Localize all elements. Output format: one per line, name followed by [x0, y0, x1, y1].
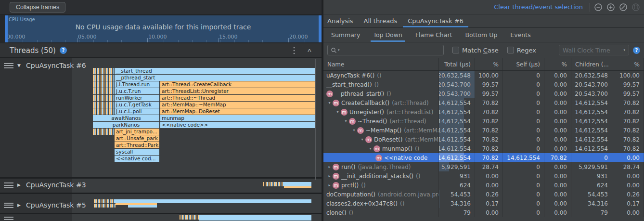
table-row[interactable]: m<<native code14,612,55470.8214,612,5547…: [323, 153, 644, 162]
table-row[interactable]: doComputation()(android.com.java.pro54,4…: [323, 190, 644, 199]
expand-node-icon[interactable]: ▸: [326, 183, 333, 187]
expand-thread-icon[interactable]: ▶: [17, 203, 22, 208]
threads-scrollbar[interactable]: [315, 59, 316, 180]
column-header-name[interactable]: Name: [323, 58, 439, 70]
thread-row-cpuasynctask-3[interactable]: ▶CpuAsyncTask #3: [4, 181, 86, 189]
regex-checkbox[interactable]: [507, 47, 514, 53]
drag-handle-icon[interactable]: [4, 203, 13, 208]
zoom-out-icon[interactable]: [594, 3, 603, 12]
reset-zoom-icon[interactable]: [619, 3, 628, 12]
search-box[interactable]: ▾: [327, 45, 444, 55]
flame-bar[interactable]: syscall: [115, 149, 159, 155]
drag-handle-icon[interactable]: [4, 63, 13, 68]
column-header-%[interactable]: %: [612, 58, 644, 70]
flame-bar[interactable]: <<native cod...: [115, 156, 159, 162]
flame-bar[interactable]: __pthread_start: [115, 75, 315, 81]
regex-option[interactable]: Regex: [507, 47, 536, 54]
subtab-summary[interactable]: Summary: [331, 28, 360, 42]
collapse-thread-icon[interactable]: ▼: [17, 63, 22, 68]
flame-bar[interactable]: art::ThreadList::Unregister: [160, 88, 315, 94]
table-row[interactable]: ▸mprctl()()6240.0000.006240.00: [323, 181, 644, 190]
table-row[interactable]: classes2.dex+0x347c8()()34,3160.1700.003…: [323, 199, 644, 208]
flame-bar[interactable]: j.u.c.L.poll: [115, 108, 159, 115]
table-row[interactable]: ▾m~MemMap()(art::MemMap)14,612,55470.820…: [323, 126, 644, 135]
flame-bar[interactable]: art::MemMap::DoReset: [160, 108, 315, 115]
collapse-frames-button[interactable]: Collapse frames: [10, 2, 65, 13]
flame-bar[interactable]: munmap: [160, 115, 315, 121]
thread-row-cpuasynctask-5[interactable]: ▶CpuAsyncTask #5: [4, 201, 86, 209]
cpu-usage-chart[interactable]: CPU Usage No CPU usage data available fo…: [5, 15, 322, 42]
flame-bar[interactable]: parkNanos: [93, 122, 159, 128]
flame-bar[interactable]: runWorker: [115, 95, 159, 101]
table-row[interactable]: uAsyncTask #6()()20,632,548100.0000.0020…: [323, 71, 644, 80]
flame-activity-ticks: [284, 186, 311, 188]
flame-bar[interactable]: art::Thread::Park: [115, 142, 159, 148]
table-row[interactable]: ▾mDoReset()(art::MemMap)14,612,55470.820…: [323, 135, 644, 144]
column-header-%[interactable]: %: [544, 58, 571, 70]
cell-total-us: 624: [439, 181, 475, 190]
flame-bar[interactable]: j.u.c.T.getTask: [115, 102, 159, 108]
match-case-option[interactable]: Match Case: [452, 47, 499, 54]
cell-self-us: 0: [503, 162, 544, 171]
flame-bar[interactable]: art::Thread::CreateCallback: [160, 81, 315, 88]
collapse-node-icon[interactable]: ▾: [359, 137, 365, 142]
table-row[interactable]: __start_thread()()20,543,70099.5700.0020…: [323, 80, 644, 89]
collapse-node-icon[interactable]: ▾: [326, 101, 333, 105]
flame-bar[interactable]: awaitNanos: [93, 115, 159, 121]
match-case-checkbox[interactable]: [452, 47, 459, 53]
column-header-total-s-[interactable]: Total (µs): [439, 58, 475, 70]
collapse-node-icon[interactable]: ▾: [335, 110, 341, 114]
expand-thread-icon[interactable]: ▶: [17, 182, 22, 187]
flame-activity-ticks: [284, 182, 311, 186]
table-row[interactable]: clone()()790.0000.00790.00: [323, 208, 644, 217]
flame-bar[interactable]: <<native code>>: [160, 122, 315, 128]
range-handle-right[interactable]: [319, 15, 322, 42]
search-history-caret-icon[interactable]: ▾: [338, 48, 340, 52]
collapse-panel-icon[interactable]: ʌ: [308, 48, 311, 53]
search-input[interactable]: [341, 46, 440, 54]
expand-node-icon[interactable]: ▸: [326, 174, 333, 178]
thread-row-partial[interactable]: [4, 217, 13, 221]
tab-all-threads[interactable]: All threads: [364, 14, 398, 27]
collapse-node-icon[interactable]: ▾: [367, 146, 374, 151]
flame-bar[interactable]: art::MemMap::~MemMap: [160, 102, 315, 108]
flame-bar[interactable]: j.u.c.T.run: [115, 88, 159, 94]
range-handle-left[interactable]: [5, 15, 8, 42]
drag-handle-icon[interactable]: [4, 182, 13, 188]
subtab-events[interactable]: Events: [510, 28, 530, 42]
flame-bar[interactable]: j.l.Thread.run: [115, 81, 159, 88]
tab-cpuasynctask-6[interactable]: CpuAsyncTask #6: [408, 14, 464, 27]
table-row[interactable]: ▾mCreateCallback()(art::Thread)14,612,55…: [323, 98, 644, 107]
flame-bar[interactable]: __start_thread: [115, 68, 315, 74]
table-row[interactable]: ▾mUnregister()(art::ThreadList)14,612,55…: [323, 107, 644, 117]
subtab-top-down[interactable]: Top Down: [373, 28, 402, 42]
collapse-node-icon[interactable]: ▾: [343, 119, 349, 123]
cell-self-us: 0: [503, 126, 544, 135]
cell-children-pct: 70.82: [612, 107, 644, 117]
column-header-%[interactable]: %: [475, 58, 503, 70]
clear-selection-link[interactable]: Clear thread/event selection: [494, 3, 583, 11]
column-header-children-[interactable]: Children (...: [571, 58, 612, 70]
tab-analysis[interactable]: Analysis: [327, 14, 353, 27]
flame-bar[interactable]: art::Thread::~Thread: [160, 95, 315, 101]
threads-menu-icon[interactable]: [293, 47, 295, 54]
expand-node-icon[interactable]: ▸: [326, 165, 333, 169]
table-row[interactable]: ▾m~Thread()(art::Thread)14,612,55470.820…: [323, 117, 644, 126]
threads-help-icon[interactable]: ?: [60, 47, 67, 54]
cell-self-pct: 0.00: [544, 80, 571, 89]
table-row[interactable]: m__pthread_start()()20,543,70099.5700.00…: [323, 89, 644, 98]
table-row[interactable]: ▸mrun()(java.lang.Thread)5,929,59128.740…: [323, 162, 644, 171]
subtab-bottom-up[interactable]: Bottom Up: [465, 28, 497, 42]
thread-row-cpuasynctask-6[interactable]: ▼CpuAsyncTask #6: [4, 62, 86, 69]
column-header-self-s-[interactable]: Self (µs): [503, 58, 544, 70]
flame-bar[interactable]: art::Unsafe_park: [115, 135, 159, 142]
filter-help-icon[interactable]: ?: [633, 47, 640, 54]
table-row[interactable]: ▾mmunmap()()14,612,55470.8200.0014,612,5…: [323, 144, 644, 153]
drag-handle-icon[interactable]: [4, 217, 13, 221]
subtab-flame-chart[interactable]: Flame Chart: [415, 28, 452, 42]
thread-name: CpuAsyncTask #5: [26, 201, 86, 209]
flame-bar[interactable]: art_jni_trampo...: [115, 129, 159, 135]
collapse-node-icon[interactable]: ▾: [351, 128, 357, 132]
zoom-in-icon[interactable]: [606, 3, 615, 12]
table-row[interactable]: ▸m__init_additional_stacks()()9310.0000.…: [323, 171, 644, 181]
